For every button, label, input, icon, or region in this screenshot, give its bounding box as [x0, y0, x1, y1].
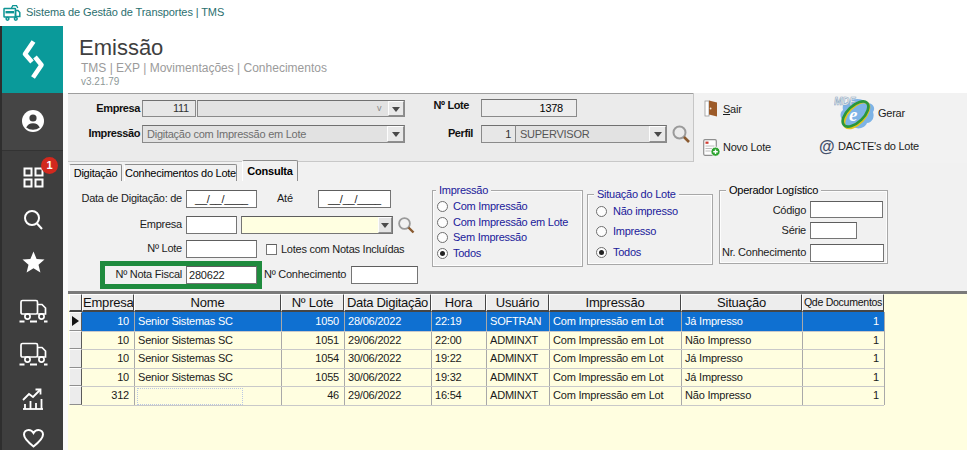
- svg-text:MDF: MDF: [834, 96, 857, 107]
- svg-text:e: e: [849, 104, 858, 125]
